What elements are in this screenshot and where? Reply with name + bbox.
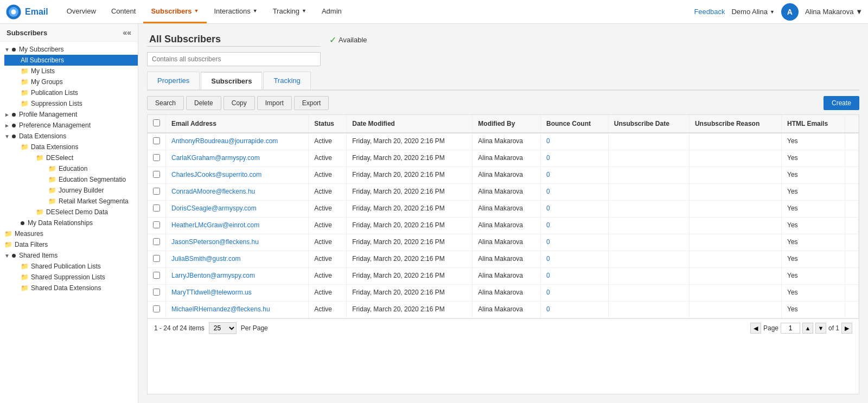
sidebar-item-my-groups[interactable]: 📁 My Groups [4,76,138,87]
first-page-button[interactable]: ◀ [750,323,761,334]
nav-subscribers[interactable]: Subscribers ▼ [143,0,206,23]
sidebar-item-shared-publication-lists[interactable]: 📁 Shared Publication Lists [4,261,138,272]
row-checkbox[interactable] [153,137,160,144]
sidebar-collapse-button[interactable]: «« [123,28,131,37]
row-checkbox[interactable] [153,221,160,228]
sidebar-item-journey-builder[interactable]: 📁 Journey Builder [13,185,138,196]
sidebar-item-shared-suppression-lists[interactable]: 📁 Shared Suppression Lists [4,272,138,283]
sidebar-item-education-segmentatio[interactable]: 📁 Education Segmentatio [13,174,138,185]
page-down-button[interactable]: ▼ [815,323,826,334]
import-button[interactable]: Import [257,96,292,110]
row-bounce-count: 0 [541,302,609,318]
email-link[interactable]: DorisCSeagle@armyspy.com [171,204,257,212]
select-all-checkbox[interactable] [153,119,160,126]
feedback-link[interactable]: Feedback [694,8,725,16]
pagination-right: ◀ Page ▲ ▼ of 1 ▶ [750,323,852,334]
bounce-count-link[interactable]: 0 [546,137,550,145]
demo-user[interactable]: Demo Alina ▼ [731,8,774,16]
bounce-count-link[interactable]: 0 [546,154,550,162]
row-checkbox[interactable] [153,305,160,312]
email-link[interactable]: JasonSPeterson@fleckens.hu [171,238,259,246]
nav-admin[interactable]: Admin [314,0,349,23]
row-checkbox[interactable] [153,154,160,161]
sidebar-item-suppression-lists[interactable]: 📁 Suppression Lists [4,98,138,109]
dot-icon [21,221,24,225]
email-link[interactable]: LarryJBenton@armyspy.com [171,272,255,279]
email-link[interactable]: MichaelRHernandez@fleckens.hu [171,305,270,313]
email-link[interactable]: JuliaBSmith@gustr.com [171,255,241,263]
bounce-count-link[interactable]: 0 [546,272,550,279]
row-checkbox[interactable] [153,289,160,296]
page-title-input[interactable] [147,33,321,47]
row-checkbox[interactable] [153,238,160,245]
email-link[interactable]: MaryTTidwell@teleworm.us [171,289,252,296]
nav-content[interactable]: Content [104,0,144,23]
sidebar-item-data-extensions-section[interactable]: ▼ Data Extensions [0,131,138,142]
nav-tracking[interactable]: Tracking ▼ [265,0,314,23]
sidebar-item-preference-management[interactable]: ► Preference Management [0,120,138,131]
delete-button[interactable]: Delete [186,96,221,110]
page-label: Page [763,324,778,332]
folder-icon: 📁 [21,67,29,75]
bounce-count-link[interactable]: 0 [546,238,550,246]
email-link[interactable]: CarlaKGraham@armyspy.com [171,154,260,162]
row-checkbox[interactable] [153,188,160,195]
email-link[interactable]: CharlesJCooks@superrito.com [171,171,261,178]
sidebar-item-my-lists[interactable]: 📁 My Lists [4,66,138,76]
row-checkbox[interactable] [153,171,160,178]
bounce-count-link[interactable]: 0 [546,221,550,229]
row-bounce-count: 0 [541,285,609,302]
bounce-count-link[interactable]: 0 [546,305,550,313]
sidebar-item-education[interactable]: 📁 Education [13,163,138,174]
bounce-count-link[interactable]: 0 [546,188,550,195]
sidebar-item-data-extensions-folder[interactable]: 📁 Data Extensions [4,142,138,152]
row-checkbox[interactable] [153,204,160,212]
row-email: DorisCSeagle@armyspy.com [166,201,309,218]
sidebar-item-retail-market[interactable]: 📁 Retail Market Segmenta [13,196,138,207]
last-page-button[interactable]: ▶ [841,323,852,334]
sidebar-item-deselect[interactable]: 📁 DESelect [9,152,138,163]
sidebar-item-publication-lists[interactable]: 📁 Publication Lists [4,87,138,98]
page-input[interactable] [781,323,800,334]
row-checkbox[interactable] [153,255,160,262]
search-button[interactable]: Search [147,96,184,110]
row-date-modified: Friday, March 20, 2020 2:16 PM [347,234,473,251]
bounce-count-link[interactable]: 0 [546,255,550,263]
sidebar-item-data-filters[interactable]: 📁 Data Filters [0,239,138,250]
email-link[interactable]: ConradAMoore@fleckens.hu [171,188,255,195]
email-link[interactable]: AnthonyRBoudreau@jourrapide.com [171,137,278,145]
per-page-select[interactable]: 25 50 100 [209,322,237,334]
export-button[interactable]: Export [294,96,329,110]
sidebar-item-shared-items[interactable]: ▼ Shared Items [0,250,138,261]
row-unsubscribe-reason [689,285,781,302]
sidebar-item-profile-management[interactable]: ► Profile Management [0,109,138,120]
row-html-emails: Yes [782,201,845,218]
page-up-button[interactable]: ▲ [802,323,813,334]
search-input[interactable] [147,52,321,66]
bounce-count-link[interactable]: 0 [546,204,550,212]
nav-interactions[interactable]: Interactions ▼ [207,0,265,23]
row-checkbox[interactable] [153,272,160,279]
copy-button[interactable]: Copy [224,96,255,110]
sidebar-item-deselect-demo-data[interactable]: 📁 DESelect Demo Data [9,207,138,218]
bounce-count-link[interactable]: 0 [546,289,550,296]
tab-properties[interactable]: Properties [147,72,200,89]
app-logo[interactable]: Email [5,4,48,20]
create-button[interactable]: Create [824,96,859,110]
tab-subscribers[interactable]: Subscribers [201,72,262,89]
sidebar-item-my-subscribers[interactable]: ▼ My Subscribers [0,44,138,55]
tab-tracking[interactable]: Tracking [263,72,310,89]
row-scroll-space [845,285,859,302]
row-date-modified: Friday, March 20, 2020 2:16 PM [347,251,473,268]
sidebar-item-measures[interactable]: 📁 Measures [0,228,138,239]
sidebar-item-my-data-relationships[interactable]: My Data Relationships [4,218,138,228]
nav-overview[interactable]: Overview [59,0,104,23]
avatar[interactable]: A [781,3,799,21]
col-scroll-space [845,115,859,133]
items-count: 1 - 24 of 24 items [154,324,205,332]
email-link[interactable]: HeatherLMcGraw@einrot.com [171,221,259,229]
sidebar-item-shared-data-extensions[interactable]: 📁 Shared Data Extensions [4,283,138,293]
user-name[interactable]: Alina Makarova ▼ [805,8,863,16]
sidebar-item-all-subscribers[interactable]: All Subscribers [4,55,138,66]
bounce-count-link[interactable]: 0 [546,171,550,178]
